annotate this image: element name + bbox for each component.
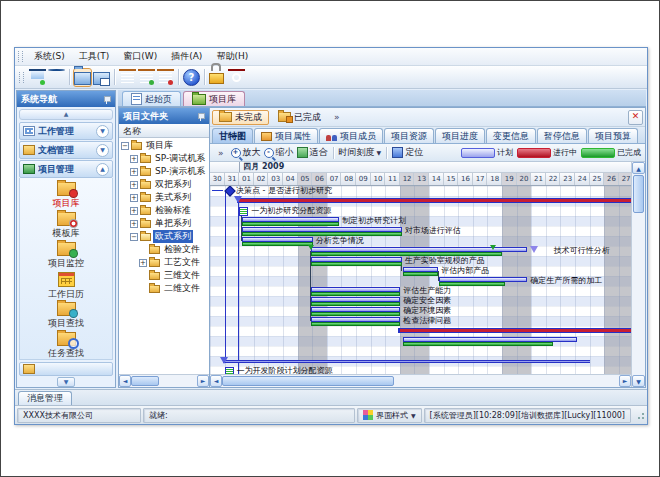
tree-node-双把系列[interactable]: +双把系列 xyxy=(119,178,209,191)
form-3-icon[interactable] xyxy=(157,69,174,86)
chevron-up-icon[interactable]: ▲ xyxy=(96,163,109,176)
sidebar-group-文档管理[interactable]: 文档管理▼ xyxy=(19,141,113,159)
gantt-row-7[interactable]: 生产实验室规模的产品 xyxy=(210,256,631,266)
expand-minus-icon[interactable]: − xyxy=(121,142,129,150)
locate-button[interactable]: 定位 xyxy=(392,146,423,159)
tree-node-三维文件[interactable]: 三维文件 xyxy=(119,269,209,282)
gantt-row-1[interactable] xyxy=(210,196,631,206)
resize-grip[interactable] xyxy=(635,410,645,420)
filter-tab-未完成[interactable]: 未完成 xyxy=(212,110,269,125)
expand-plus-icon[interactable]: + xyxy=(130,194,138,202)
gantt-row-10[interactable]: 评估生产能力 xyxy=(210,286,631,296)
fit-button[interactable]: 适合 xyxy=(297,146,328,159)
scroll-left-button[interactable]: ◄ xyxy=(210,375,222,387)
interface-style-button[interactable]: 界面样式 ▼ xyxy=(357,408,422,423)
doc-tab-项目库[interactable]: 项目库 xyxy=(183,91,245,106)
scrollbar-thumb[interactable] xyxy=(131,376,159,386)
menu-item-1[interactable]: 系统(S) xyxy=(27,51,72,61)
scroll-right-button[interactable]: ► xyxy=(619,375,631,387)
expand-plus-icon[interactable]: + xyxy=(130,181,138,189)
gantt-row-12[interactable]: 确定环境因素 xyxy=(210,306,631,316)
tab-项目属性[interactable]: 项目属性 xyxy=(254,128,318,143)
tab-暂停信息[interactable]: 暂停信息 xyxy=(537,128,587,143)
sidebar-item-项目监控[interactable]: 项目监控 xyxy=(24,241,109,271)
time-scale-dropdown[interactable]: 时间刻度 ▼ xyxy=(339,146,382,159)
zoom-in-button[interactable]: + 放大 xyxy=(231,146,261,159)
tab-变更信息[interactable]: 变更信息 xyxy=(486,128,536,143)
sidebar-item-工作日历[interactable]: 工作日历 xyxy=(24,271,109,301)
sidebar-scroll-down-button[interactable]: ▼ xyxy=(57,377,75,387)
gantt-row-6[interactable]: 技术可行性分析 xyxy=(210,246,631,256)
chart-vertical-scrollbar[interactable]: ▲ ▼ xyxy=(631,162,645,387)
gantt-row-16[interactable] xyxy=(210,346,631,356)
gantt-row-13[interactable]: 检查法律问题 xyxy=(210,316,631,326)
gantt-row-0[interactable]: 决策点 - 是否进行初步研究 xyxy=(210,186,631,196)
globe-icon[interactable] xyxy=(48,69,65,86)
filter-overflow-chevron[interactable]: » xyxy=(330,112,344,122)
gantt-row-2[interactable]: —为初步研究分配资源 xyxy=(210,206,631,216)
scrollbar-thumb[interactable] xyxy=(633,175,644,213)
scroll-down-button[interactable]: ▼ xyxy=(632,375,645,387)
tree-horizontal-scrollbar[interactable]: ◄ ► xyxy=(119,374,209,387)
tree-node-单把系列[interactable]: +单把系列 xyxy=(119,217,209,230)
filter-tab-已完成[interactable]: 已完成 xyxy=(271,110,328,125)
gantt-row-3[interactable]: 制定初步研究计划 xyxy=(210,216,631,226)
help-icon[interactable]: ? xyxy=(183,69,200,86)
menu-item-2[interactable]: 工具(T) xyxy=(72,51,117,61)
scroll-up-button[interactable]: ▲ xyxy=(632,162,645,174)
sidebar-item-项目库[interactable]: 项目库 xyxy=(24,181,109,211)
chevron-down-icon[interactable]: ▼ xyxy=(96,144,109,157)
pin-icon[interactable] xyxy=(102,95,111,104)
tree-node-SP-演示机系[interactable]: +SP-演示机系 xyxy=(119,165,209,178)
tree-node-SP-调试机系[interactable]: +SP-调试机系 xyxy=(119,152,209,165)
gantt-row-11[interactable]: 确定安全因素 xyxy=(210,296,631,306)
gantt-chart-body[interactable]: 决策点 - 是否进行初步研究—为初步研究分配资源制定初步研究计划对市场进行评估分… xyxy=(210,186,631,374)
lock-icon[interactable] xyxy=(209,69,226,86)
expand-plus-icon[interactable]: + xyxy=(130,155,138,163)
tree-node-检验标准[interactable]: +检验标准 xyxy=(119,204,209,217)
sidebar-item-模板库[interactable]: 模板库 xyxy=(24,211,109,241)
tree-node-美式系列[interactable]: +美式系列 xyxy=(119,191,209,204)
sidebar-item-任务查找[interactable]: 任务查找 xyxy=(24,331,109,360)
tab-甘特图[interactable]: 甘特图 xyxy=(212,128,253,143)
gantt-row-15[interactable] xyxy=(210,336,631,346)
stop-icon[interactable] xyxy=(228,69,245,86)
form-2-icon[interactable] xyxy=(138,69,155,86)
expand-plus-icon[interactable]: + xyxy=(130,207,138,215)
gantt-row-14[interactable] xyxy=(210,326,631,336)
expand-minus-icon[interactable]: − xyxy=(130,233,138,241)
sidebar-item-项目查找[interactable]: 项目查找 xyxy=(24,301,109,331)
message-management-tab[interactable]: 消息管理 xyxy=(18,391,72,405)
chart-horizontal-scrollbar[interactable]: ◄ ► xyxy=(210,374,631,387)
gantt-row-18[interactable]: —为开发阶段计划分配资源 xyxy=(210,366,631,374)
scroll-left-button[interactable]: ◄ xyxy=(119,375,131,387)
menu-item-4[interactable]: 插件(A) xyxy=(164,51,209,61)
expand-plus-icon[interactable]: + xyxy=(130,168,138,176)
tree-node-欧式系列[interactable]: −欧式系列 xyxy=(119,230,209,243)
sidebar-collapse-button[interactable]: ▲ xyxy=(19,109,113,120)
tab-项目成员[interactable]: 项目成员 xyxy=(319,128,383,143)
doc-tab-起始页[interactable]: 起始页 xyxy=(122,91,181,106)
gantt-row-4[interactable]: 对市场进行评估 xyxy=(210,226,631,236)
chevron-down-icon[interactable]: ▼ xyxy=(96,125,109,138)
sidebar-group-partial[interactable] xyxy=(19,362,113,376)
tools-overflow-chevron[interactable]: » xyxy=(214,148,228,158)
folder-screen-icon[interactable] xyxy=(93,69,110,86)
pin-icon[interactable] xyxy=(196,112,205,121)
expand-plus-icon[interactable]: + xyxy=(139,259,147,267)
sidebar-group-项目管理[interactable]: 项目管理▲ xyxy=(19,160,113,178)
tab-项目进度[interactable]: 项目进度 xyxy=(435,128,485,143)
gantt-row-5[interactable]: 分析竞争情况 xyxy=(210,236,631,246)
form-1-icon[interactable] xyxy=(119,69,136,86)
monitor-icon[interactable] xyxy=(29,69,46,86)
zoom-out-button[interactable]: - 缩小 xyxy=(264,146,294,159)
tree-node-项目库[interactable]: −项目库 xyxy=(119,139,209,152)
scrollbar-thumb[interactable] xyxy=(222,376,394,386)
menu-item-3[interactable]: 窗口(W) xyxy=(116,51,164,61)
scroll-right-button[interactable]: ► xyxy=(197,375,209,387)
sidebar-group-工作管理[interactable]: 工作管理▼ xyxy=(19,122,113,140)
expand-plus-icon[interactable]: + xyxy=(130,220,138,228)
tab-项目预算[interactable]: 项目预算 xyxy=(588,128,638,143)
menu-item-5[interactable]: 帮助(H) xyxy=(209,51,255,61)
close-button[interactable]: ✕ xyxy=(628,110,643,125)
